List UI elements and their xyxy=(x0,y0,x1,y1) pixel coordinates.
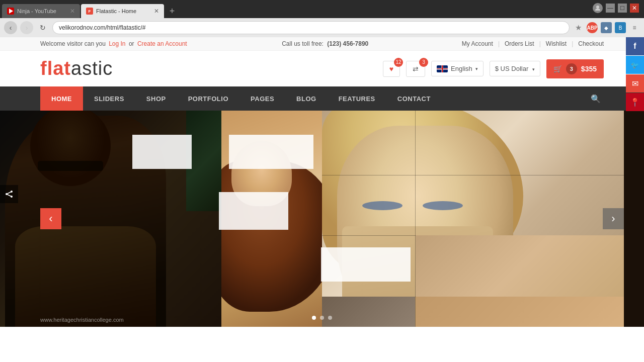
wishlist-button[interactable]: ♥ 12 xyxy=(383,61,400,77)
close-button[interactable]: ✕ xyxy=(630,4,639,13)
slider-bg-right xyxy=(322,111,624,327)
main-nav: HOME SLIDERS SHOP PORTFOLIO PAGES BLOG F… xyxy=(0,86,644,111)
language-label: English xyxy=(451,65,472,72)
minimize-button[interactable]: — xyxy=(606,4,615,13)
profile-icon xyxy=(593,3,603,13)
tab-flatastic-title: Flatastic - Home xyxy=(96,8,136,14)
email-button[interactable]: ✉ xyxy=(626,74,644,93)
welcome-text: Welcome visitor can you xyxy=(40,40,106,47)
topbar-links: My Account | Orders List | Wishlist | Ch… xyxy=(462,40,604,47)
cart-button[interactable]: 🛒 3 $355 xyxy=(546,59,604,78)
ext2-icon[interactable]: B xyxy=(615,22,626,33)
nav-item-portfolio[interactable]: PORTFOLIO xyxy=(177,86,239,111)
checkout-link[interactable]: Checkout xyxy=(578,40,604,47)
overlay-box-1 xyxy=(132,135,192,169)
compare-icon: ⇄ xyxy=(413,65,419,73)
phone-number: (123) 456-7890 xyxy=(327,40,368,47)
nav-search-button[interactable]: 🔍 xyxy=(588,90,604,107)
cart-total: $355 xyxy=(581,65,597,73)
topbar-welcome: Welcome visitor can you Log In or Create… xyxy=(40,40,189,47)
logo-suffix: astic xyxy=(71,58,113,79)
forward-button[interactable]: › xyxy=(20,21,33,34)
tab-flatastic-close[interactable]: ✕ xyxy=(154,8,159,15)
svg-point-0 xyxy=(596,6,599,9)
language-chevron: ▾ xyxy=(475,66,478,71)
logo[interactable]: flatastic xyxy=(40,58,113,79)
or-text: or xyxy=(129,40,134,47)
pinterest-button[interactable]: 📍 xyxy=(626,93,644,111)
adblock-icon[interactable]: ABP xyxy=(587,22,598,33)
social-sidebar: f 🐦 ✉ 📍 xyxy=(626,37,644,111)
refresh-button[interactable]: ↻ xyxy=(36,21,49,34)
site-content: Welcome visitor can you Log In or Create… xyxy=(0,37,644,327)
nav-item-blog[interactable]: BLOG xyxy=(285,86,328,111)
url-text: velikorodnov.com/html/flatastic/# xyxy=(59,24,146,31)
wishlist-count: 12 xyxy=(394,58,403,67)
nav-item-sliders[interactable]: SLIDERS xyxy=(83,86,135,111)
ext3-icon[interactable]: ≡ xyxy=(629,22,640,33)
tab-youtube-title: Ninja - YouTube xyxy=(17,8,56,14)
facebook-button[interactable]: f xyxy=(626,37,644,55)
dot-3[interactable] xyxy=(328,316,332,320)
compare-button[interactable]: ⇄ 3 xyxy=(406,61,425,77)
login-link[interactable]: Log In xyxy=(109,40,125,47)
new-tab-button[interactable]: + xyxy=(165,4,179,18)
compare-count: 3 xyxy=(419,58,428,67)
back-button[interactable]: ‹ xyxy=(4,21,17,34)
share-widget[interactable] xyxy=(0,185,18,203)
site-watermark: www.heritagechristiancollege.com xyxy=(40,317,124,323)
cart-count: 3 xyxy=(566,63,577,74)
nav-item-home[interactable]: HOME xyxy=(40,86,83,111)
tab-flatastic[interactable]: F Flatastic - Home ✕ xyxy=(81,4,164,18)
hero-slider: ‹ › www.heritagechristiancollege.com xyxy=(0,111,644,327)
orders-list-link[interactable]: Orders List xyxy=(505,40,534,47)
ext1-icon[interactable]: ◆ xyxy=(601,22,612,33)
heart-icon: ♥ xyxy=(389,65,393,73)
logo-prefix: flat xyxy=(40,58,71,79)
site-header: flatastic ♥ 12 ⇄ 3 English xyxy=(0,51,644,86)
language-button[interactable]: English ▾ xyxy=(431,61,484,76)
currency-chevron: ▾ xyxy=(532,67,535,72)
slider-prev-button[interactable]: ‹ xyxy=(40,208,61,229)
cart-icon: 🛒 xyxy=(553,65,562,73)
phone-label: Call us toll free: xyxy=(282,40,324,47)
maximize-button[interactable]: ☐ xyxy=(618,4,627,13)
prev-icon: ‹ xyxy=(49,212,52,225)
twitter-button[interactable]: 🐦 xyxy=(626,56,644,74)
flatastic-favicon: F xyxy=(86,8,93,15)
dot-2[interactable] xyxy=(320,316,324,320)
currency-button[interactable]: $ US Dollar ▾ xyxy=(490,61,540,76)
star-icon[interactable]: ★ xyxy=(573,22,584,33)
topbar-phone: Call us toll free: (123) 456-7890 xyxy=(282,40,368,47)
overlay-box-2 xyxy=(229,135,313,169)
overlay-box-3 xyxy=(219,192,288,230)
flag-icon xyxy=(437,65,448,72)
dot-1[interactable] xyxy=(312,316,316,320)
slider-dots xyxy=(312,316,332,320)
address-bar[interactable]: velikorodnov.com/html/flatastic/# xyxy=(52,21,570,34)
slider-bg-left xyxy=(0,111,226,327)
next-icon: › xyxy=(611,212,615,225)
my-account-link[interactable]: My Account xyxy=(462,40,493,47)
youtube-favicon xyxy=(7,8,14,15)
svg-line-5 xyxy=(7,194,12,197)
tab-youtube[interactable]: Ninja - YouTube ✕ xyxy=(2,4,80,18)
wishlist-link[interactable]: Wishlist xyxy=(546,40,567,47)
nav-item-pages[interactable]: PAGES xyxy=(239,86,285,111)
svg-line-4 xyxy=(7,192,12,194)
slider-next-button[interactable]: › xyxy=(603,208,624,229)
tab-youtube-close[interactable]: ✕ xyxy=(70,8,75,15)
currency-label: $ US Dollar xyxy=(495,65,528,72)
header-actions: ♥ 12 ⇄ 3 English ▾ $ US Dol xyxy=(383,59,604,78)
nav-item-contact[interactable]: CONTACT xyxy=(386,86,442,111)
create-account-link[interactable]: Create an Account xyxy=(137,40,187,47)
nav-item-shop[interactable]: SHOP xyxy=(135,86,177,111)
overlay-box-4 xyxy=(321,247,411,282)
nav-item-features[interactable]: FEATURES xyxy=(328,86,386,111)
topbar: Welcome visitor can you Log In or Create… xyxy=(0,37,644,51)
